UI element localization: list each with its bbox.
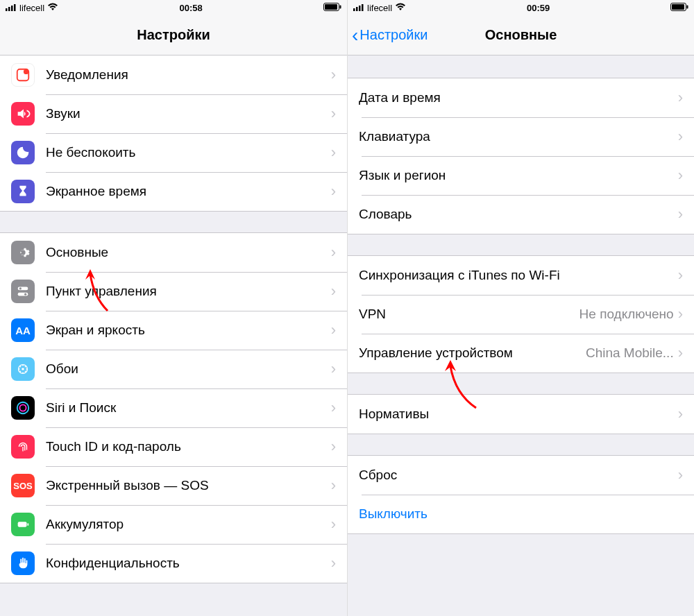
svg-rect-24: [672, 4, 684, 10]
status-bar: lifecell 00:58: [0, 0, 347, 15]
svg-point-16: [19, 404, 26, 411]
row-device-management[interactable]: Управление устройством China Mobile... ›: [348, 334, 694, 373]
general-group-1: Дата и время › Клавиатура › Язык и регио…: [348, 78, 694, 234]
svg-rect-19: [353, 8, 355, 11]
row-notifications[interactable]: Уведомления ›: [0, 55, 347, 94]
chevron-right-icon: ›: [331, 399, 336, 417]
chevron-right-icon: ›: [331, 360, 336, 378]
general-screen: lifecell 00:59 ‹ Настройки Основные Дата…: [347, 0, 694, 616]
chevron-right-icon: ›: [678, 305, 683, 323]
nav-bar: Настройки: [0, 15, 347, 55]
row-language[interactable]: Язык и регион ›: [348, 156, 694, 195]
svg-point-15: [17, 402, 29, 414]
chevron-right-icon: ›: [331, 243, 336, 262]
sos-icon: SOS: [11, 474, 35, 497]
clock: 00:59: [527, 3, 550, 13]
chevron-right-icon: ›: [678, 205, 683, 223]
general-group-2: Синхронизация с iTunes по Wi-Fi › VPN Не…: [348, 255, 694, 373]
chevron-right-icon: ›: [678, 128, 683, 146]
row-sos[interactable]: SOS Экстренный вызов — SOS ›: [0, 466, 347, 505]
row-datetime[interactable]: Дата и время ›: [348, 78, 694, 117]
chevron-left-icon: ‹: [352, 26, 358, 45]
row-label: Конфиденциальность: [46, 556, 327, 571]
row-label: Словарь: [359, 207, 674, 222]
row-battery[interactable]: Аккумулятор ›: [0, 505, 347, 544]
chevron-right-icon: ›: [678, 166, 683, 185]
signal-icon: [6, 3, 17, 13]
svg-point-10: [19, 287, 22, 289]
row-label: Язык и регион: [359, 168, 674, 183]
row-vpn[interactable]: VPN Не подключено ›: [348, 295, 694, 334]
svg-point-12: [24, 293, 26, 295]
chevron-right-icon: ›: [331, 554, 336, 572]
settings-group-1: Уведомления › Звуки › Не беспокоить › Эк…: [0, 55, 347, 212]
clock: 00:58: [179, 3, 202, 13]
fingerprint-icon: [11, 435, 35, 459]
row-label: Управление устройством: [359, 345, 580, 361]
wallpaper-icon: [11, 357, 35, 381]
settings-screen: lifecell 00:58 Настройки Уведомления › З…: [0, 0, 347, 616]
general-group-4: Сброс › Выключить: [348, 455, 694, 534]
siri-icon: [11, 396, 35, 420]
row-sounds[interactable]: Звуки ›: [0, 94, 347, 133]
battery-icon: [11, 513, 35, 536]
row-label: Сброс: [359, 468, 674, 483]
row-label: Дата и время: [359, 90, 674, 105]
row-value: China Mobile...: [586, 345, 674, 361]
back-button[interactable]: ‹ Настройки: [352, 15, 428, 55]
chevron-right-icon: ›: [331, 321, 336, 339]
general-group-3: Нормативы ›: [348, 394, 694, 434]
row-value: Не подключено: [579, 307, 674, 322]
row-wallpaper[interactable]: Обои ›: [0, 350, 347, 388]
row-label: Пункт управления: [46, 284, 327, 299]
chevron-right-icon: ›: [678, 266, 683, 284]
row-display[interactable]: AA Экран и яркость ›: [0, 311, 347, 350]
chevron-right-icon: ›: [678, 344, 683, 362]
row-regulatory[interactable]: Нормативы ›: [348, 395, 694, 434]
nav-bar: ‹ Настройки Основные: [348, 15, 694, 55]
row-label: Звуки: [46, 106, 327, 121]
row-keyboard[interactable]: Клавиатура ›: [348, 117, 694, 156]
svg-point-14: [22, 368, 24, 370]
row-screentime[interactable]: Экранное время ›: [0, 172, 347, 211]
row-shutdown[interactable]: Выключить: [348, 495, 694, 533]
row-label: Экран и яркость: [46, 323, 327, 338]
row-label: Выключить: [359, 506, 683, 522]
chevron-right-icon: ›: [331, 477, 336, 495]
row-siri[interactable]: Siri и Поиск ›: [0, 388, 347, 427]
sounds-icon: [11, 102, 35, 126]
chevron-right-icon: ›: [678, 466, 683, 484]
row-label: Экстренный вызов — SOS: [46, 478, 327, 493]
svg-rect-18: [27, 523, 28, 526]
signal-icon: [353, 3, 364, 13]
svg-rect-17: [18, 522, 27, 527]
toggles-icon: [11, 280, 35, 303]
chevron-right-icon: ›: [678, 405, 683, 423]
row-controlcenter[interactable]: Пункт управления ›: [0, 272, 347, 311]
chevron-right-icon: ›: [331, 515, 336, 533]
carrier-label: lifecell: [367, 3, 392, 13]
notifications-icon: [11, 63, 35, 87]
svg-rect-25: [687, 5, 688, 8]
general-list[interactable]: Дата и время › Клавиатура › Язык и регио…: [348, 55, 694, 616]
row-touchid[interactable]: Touch ID и код-пароль ›: [0, 427, 347, 466]
row-label: Синхронизация с iTunes по Wi-Fi: [359, 268, 674, 283]
row-itunes-sync[interactable]: Синхронизация с iTunes по Wi-Fi ›: [348, 256, 694, 295]
status-bar: lifecell 00:59: [348, 0, 694, 15]
row-reset[interactable]: Сброс ›: [348, 456, 694, 495]
page-title: Основные: [485, 27, 557, 43]
row-privacy[interactable]: Конфиденциальность ›: [0, 544, 347, 583]
svg-rect-3: [14, 4, 16, 11]
carrier-label: lifecell: [19, 3, 44, 13]
settings-list[interactable]: Уведомления › Звуки › Не беспокоить › Эк…: [0, 55, 347, 616]
svg-rect-2: [11, 6, 13, 11]
row-general[interactable]: Основные ›: [0, 233, 347, 272]
row-label: Touch ID и код-пароль: [46, 439, 327, 454]
row-label: Уведомления: [46, 67, 327, 83]
row-dictionary[interactable]: Словарь ›: [348, 195, 694, 234]
gear-icon: [11, 241, 35, 264]
page-title: Настройки: [137, 27, 210, 43]
display-icon: AA: [11, 318, 35, 342]
row-dnd[interactable]: Не беспокоить ›: [0, 133, 347, 172]
svg-rect-5: [325, 4, 337, 10]
